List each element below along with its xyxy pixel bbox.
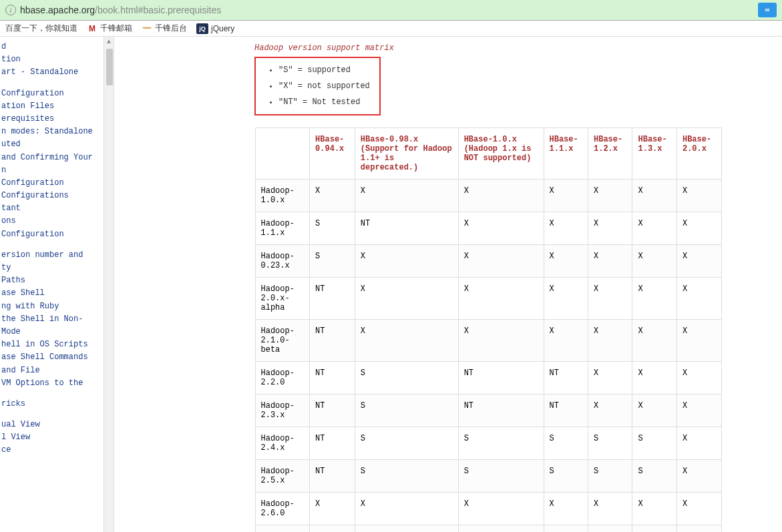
table-header-cell: HBase-0.94.x [310,128,355,180]
sidebar-link[interactable]: ons [0,215,101,228]
support-matrix-table: HBase-0.94.xHBase-0.98.x (Support for Ha… [254,127,722,532]
data-cell: X [588,180,632,212]
data-cell: S [310,212,355,245]
data-cell: NT [458,525,544,533]
data-cell: NT [310,320,355,362]
data-cell: X [676,245,721,278]
bookmark-baidu[interactable]: 百度一下，你就知道 [5,23,77,34]
sidebar-link[interactable]: ase Shell [0,287,101,300]
row-label-cell: Hadoop-0.23.x [255,245,310,278]
data-cell: S [458,427,544,460]
data-cell: S [458,460,544,493]
sidebar-link[interactable]: hell in OS Scripts [0,338,101,351]
legend-item: "X" = not supported [278,78,370,94]
data-cell: X [355,320,458,362]
sidebar-link[interactable]: the Shell in Non- [0,313,101,326]
sidebar-link[interactable]: ase Shell Commands [0,351,101,364]
sidebar-link[interactable]: erequisites [0,113,101,125]
sidebar-link[interactable]: d [0,41,101,53]
data-cell: X [544,320,588,362]
sidebar-link[interactable]: ce [0,444,101,457]
data-cell: S [632,427,676,460]
sidebar-link[interactable]: ual View [0,419,101,431]
sidebar-link[interactable]: Configurations [0,190,101,202]
data-cell: NT [355,212,458,245]
sidebar-link[interactable]: Configuration [0,228,101,241]
sidebar-link[interactable]: Configuration [0,177,101,190]
data-cell: X [588,245,632,278]
extension-icon[interactable]: ∞ [758,3,777,17]
table-header-cell [255,128,310,180]
sidebar-link[interactable]: tant [0,202,101,215]
bookmark-icon: M [87,23,97,34]
url-path: /book.html#basic.prerequisites [95,5,221,15]
table-body: Hadoop-1.0.xXXXXXXXHadoop-1.1.xSNTXXXXXH… [255,180,721,533]
row-label-cell: Hadoop-2.6.0 [255,493,310,525]
row-label-cell: Hadoop-2.3.x [255,394,310,427]
bookmark-label: 千锋邮箱 [100,23,132,34]
row-label-cell: Hadoop-2.6.1+ [255,525,310,533]
data-cell: S [355,362,458,394]
row-label-cell: Hadoop-1.0.x [255,180,310,212]
row-label-cell: Hadoop-1.1.x [255,212,310,245]
data-cell: X [355,180,458,212]
sidebar-link[interactable]: art - Standalone [0,66,101,79]
data-cell: X [676,278,721,320]
sidebar-link[interactable]: Paths [0,274,101,287]
bookmark-label: 百度一下，你就知道 [5,23,77,34]
data-cell: S [544,427,588,460]
url-text[interactable]: hbase.apache.org/book.html#basic.prerequ… [20,5,221,15]
sidebar-link[interactable]: n [0,164,101,177]
sidebar-link[interactable]: VM Options to the [0,377,101,390]
sidebar-link[interactable]: Mode [0,326,101,338]
table-row: Hadoop-1.1.xSNTXXXXX [255,212,721,245]
bookmark-qianfeng-mail[interactable]: M 千锋邮箱 [87,23,132,34]
legend-item: "NT" = Not tested [278,94,370,110]
bookmark-jquery[interactable]: jQ jQuery [196,23,234,34]
data-cell: X [355,245,458,278]
sidebar-link[interactable]: ng with Ruby [0,300,101,313]
data-cell: X [632,320,676,362]
row-label-cell: Hadoop-2.5.x [255,460,310,493]
sidebar-link[interactable]: n modes: Standalone [0,125,101,138]
sidebar-link[interactable]: ation Files [0,100,101,113]
data-cell: S [676,525,721,533]
data-cell: X [676,180,721,212]
legend-item: "S" = supported [278,62,370,78]
data-cell: X [588,362,632,394]
data-cell: NT [310,362,355,394]
sidebar-scrollbar[interactable]: ▲ [104,37,114,532]
sidebar-link[interactable]: Configuration [0,87,101,100]
sidebar-link[interactable]: uted [0,138,101,151]
data-cell: NT [544,394,588,427]
scroll-thumb[interactable] [106,49,113,85]
sidebar-link[interactable]: ty [0,262,101,274]
scroll-up-icon[interactable]: ▲ [104,37,114,47]
info-icon[interactable]: i [5,5,16,15]
data-cell: X [544,278,588,320]
data-cell: X [458,245,544,278]
data-cell: NT [310,394,355,427]
table-row: Hadoop-2.1.0-betaNTXXXXXX [255,320,721,362]
data-cell: X [676,493,721,525]
table-row: Hadoop-2.5.xNTSSSSSX [255,460,721,493]
data-cell: X [676,427,721,460]
bookmark-label: 千锋后台 [155,23,187,34]
sidebar-link[interactable]: l View [0,431,101,444]
sidebar-link[interactable]: ricks [0,398,101,411]
table-caption: Hadoop version support matrix [254,43,755,53]
sidebar-link[interactable]: ersion number and [0,249,101,262]
table-row: Hadoop-2.6.1+NTNTNTNTSSS [255,525,721,533]
table-row: Hadoop-0.23.xSXXXXXX [255,245,721,278]
data-cell: X [355,493,458,525]
data-cell: NT [310,460,355,493]
data-cell: X [588,212,632,245]
bookmark-label: jQuery [211,24,234,33]
sidebar-link[interactable]: tion [0,53,101,66]
data-cell: X [676,362,721,394]
sidebar-link[interactable]: and File [0,364,101,377]
sidebar-link[interactable]: and Confirming Your [0,152,101,164]
bookmark-qianfeng-admin[interactable]: 〰 千锋后台 [142,23,187,34]
data-cell: X [588,493,632,525]
table-row: Hadoop-2.6.0XXXXXXX [255,493,721,525]
